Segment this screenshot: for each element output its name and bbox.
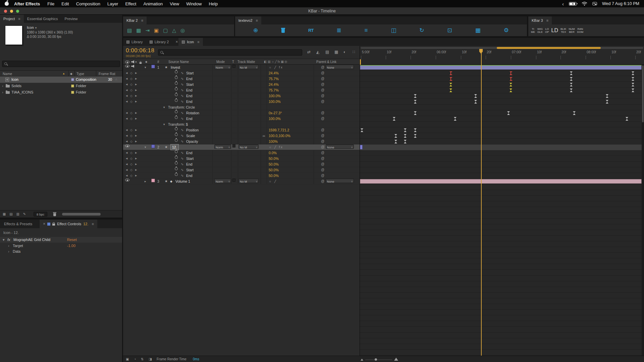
twirl-icon[interactable]: ▾ (145, 65, 146, 70)
text-rt-icon[interactable]: RT (308, 28, 313, 33)
twirl-icon[interactable]: ▾ (145, 144, 146, 150)
keyframe-marker[interactable] (570, 83, 573, 86)
property-value[interactable]: 24.4% (269, 82, 279, 87)
layer-switch-icons[interactable]: ☼ ╱ (269, 179, 277, 184)
property-pickwhip-icon[interactable]: @ (321, 139, 324, 144)
stopwatch-icon[interactable] (175, 127, 178, 130)
add-keyframe-icon[interactable]: ◇ (130, 162, 132, 167)
property-value[interactable]: 0x-27.3° (269, 110, 282, 116)
layer-duration-bar[interactable] (360, 179, 642, 184)
current-timecode[interactable]: 0:00:06:18 (126, 47, 154, 54)
graph-icon[interactable]: ∿ (181, 139, 183, 144)
layer-switch-icons[interactable]: ☼ ╱ fx (269, 144, 283, 150)
wifi-icon[interactable] (582, 2, 587, 6)
menu-help[interactable]: Help (209, 1, 218, 6)
layer-color-swatch[interactable] (151, 144, 155, 148)
add-keyframe-icon[interactable]: ◇ (130, 150, 132, 156)
keyframe-marker[interactable] (632, 71, 635, 75)
keyframe-marker[interactable] (450, 71, 452, 75)
prev-keyframe-icon[interactable]: ◀ (126, 116, 127, 121)
property-pickwhip-icon[interactable]: @ (321, 167, 324, 173)
window-title-bar[interactable]: KBar - Timeline (0, 7, 644, 15)
justify-lines-icon[interactable]: ≣ (336, 27, 341, 34)
stopwatch-icon[interactable] (175, 133, 178, 136)
property-row[interactable]: ◀◇▶∿End50.0%@ (123, 162, 360, 167)
parent-dropdown[interactable]: None∨ (326, 179, 354, 183)
property-value[interactable]: 50.0% (269, 167, 279, 173)
graph-icon[interactable]: ∿ (181, 87, 183, 93)
kbar3-button-time[interactable]: TIME (531, 27, 535, 34)
label-column-icon[interactable]: ◆ (145, 59, 147, 65)
menu-animation[interactable]: Animation (143, 1, 163, 6)
preserve-transparency-checkbox[interactable] (232, 144, 235, 147)
project-row[interactable]: IconComposition30∴ (0, 76, 122, 83)
next-keyframe-icon[interactable]: ▶ (135, 173, 137, 178)
property-pickwhip-icon[interactable]: @ (321, 82, 324, 87)
keyframe-marker[interactable] (573, 111, 576, 115)
project-row[interactable]: ›SolidsFolder (0, 83, 122, 89)
column-preserve-transparency[interactable]: T (232, 59, 234, 65)
preserve-transparency-checkbox[interactable] (232, 179, 235, 182)
property-row[interactable]: ◀◇▶∿Scale∞100.0,100.0%@ (123, 133, 360, 139)
layer-name[interactable]: 12. (171, 144, 178, 150)
app-name[interactable]: After Effects (14, 1, 40, 6)
panel-menu-icon[interactable]: ≡ (18, 17, 20, 21)
stopwatch-icon[interactable] (175, 173, 178, 176)
keyframe-marker[interactable] (510, 71, 512, 75)
link-icon[interactable]: ∞ (263, 133, 265, 138)
add-keyframe-icon[interactable]: ◇ (130, 133, 132, 138)
stopwatch-icon[interactable] (175, 93, 178, 96)
twirl-icon[interactable]: › (2, 89, 3, 96)
property-pickwhip-icon[interactable]: @ (321, 99, 324, 104)
menu-file[interactable]: File (47, 1, 54, 6)
property-row[interactable]: ◀◇▶∿Start24.4%@ (123, 70, 360, 76)
stopwatch-icon[interactable] (175, 76, 178, 79)
twirl-icon[interactable]: › (8, 249, 9, 254)
layer-color-swatch[interactable] (151, 179, 155, 182)
add-keyframe-icon[interactable]: ◇ (130, 93, 132, 99)
stopwatch-icon[interactable] (175, 162, 178, 165)
keyframe-marker[interactable] (414, 100, 417, 104)
prev-keyframe-icon[interactable]: ◀ (126, 133, 127, 138)
property-row[interactable]: ◀◇▶∿End100.0%@ (123, 93, 360, 99)
timeline-lane[interactable] (360, 179, 644, 184)
prev-keyframe-icon[interactable]: ◀ (126, 127, 127, 133)
next-keyframe-icon[interactable]: ▶ (135, 127, 137, 133)
effect-property-row[interactable]: ›Data (0, 249, 122, 254)
frame-blend-icon[interactable]: ▦ (334, 50, 338, 54)
zoom-out-icon[interactable] (361, 359, 363, 361)
next-keyframe-icon[interactable]: ▶ (135, 82, 137, 87)
delete-item-icon[interactable] (53, 212, 56, 216)
next-keyframe-icon[interactable]: ▶ (135, 76, 137, 81)
timeline-footer-icons[interactable]: ▣ ◔ ⇅ ◨ (126, 356, 154, 362)
timeline-lane[interactable] (360, 139, 644, 144)
graph-icon[interactable]: ∿ (181, 150, 183, 156)
tab-icon[interactable]: Icon≡ (178, 38, 203, 46)
tab-library-2[interactable]: Library 2 (146, 38, 172, 46)
property-pickwhip-icon[interactable]: @ (321, 133, 324, 138)
timeline-lane[interactable] (360, 127, 644, 133)
layer-switch-icons[interactable]: ☼ ╱ fx (269, 65, 283, 70)
timeline-lane[interactable] (360, 65, 644, 70)
keyframe-marker[interactable] (626, 117, 629, 121)
solo-column-icon[interactable]: ● (135, 59, 137, 65)
blend-mode-dropdown[interactable]: Norm∨ (214, 65, 231, 69)
column-switch-icons[interactable]: ◧ ▥ ☼ ╱ fx ▦ ◎ (264, 59, 287, 65)
next-keyframe-icon[interactable]: ▶ (135, 70, 137, 76)
prev-keyframe-icon[interactable]: ◀ (126, 82, 127, 87)
clipboard-icon[interactable]: ⊡ (447, 27, 452, 34)
chevron-down-icon[interactable]: ▾ (35, 26, 37, 29)
effect-property-row[interactable]: ›Target-1.00 (0, 243, 122, 249)
column-divider[interactable] (68, 71, 69, 76)
property-value[interactable]: 75.7% (269, 76, 279, 81)
tab-kbar3[interactable]: KBar 3≡ (528, 16, 552, 24)
parent-pickwhip-icon[interactable]: @ (321, 144, 324, 150)
warning-triangle-icon[interactable]: △ (172, 27, 176, 34)
audio-column-icon[interactable] (131, 60, 134, 63)
keyframe-marker[interactable] (449, 83, 452, 86)
graph-icon[interactable]: ∿ (181, 99, 183, 104)
prev-keyframe-icon[interactable]: ◀ (126, 87, 127, 93)
timeline-lane[interactable] (360, 156, 644, 162)
property-row[interactable]: ◀◇▶∿Position1599.7,721.2@ (123, 127, 360, 133)
battery-icon[interactable] (569, 2, 577, 6)
